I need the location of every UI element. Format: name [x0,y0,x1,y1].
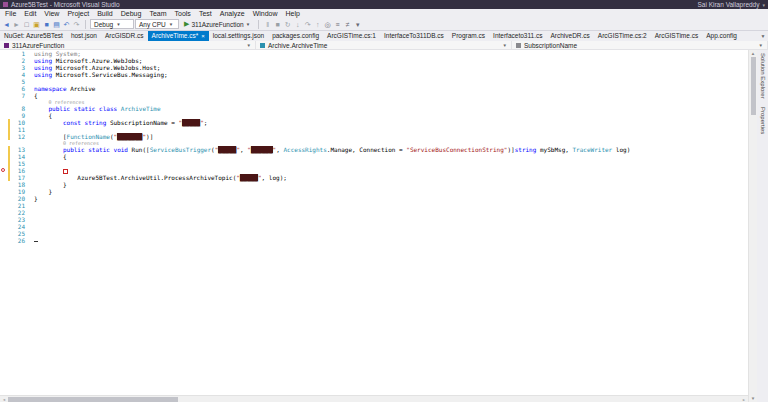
menu-item-test[interactable]: Test [195,9,216,18]
code-text[interactable]: { [28,112,52,119]
code-text[interactable]: } [28,195,38,202]
project-dropdown[interactable]: 311AzureFunction ▼ [0,41,256,49]
vertical-scrollbar[interactable]: ▲ ▼ [748,50,757,402]
menu-item-build[interactable]: Build [93,9,117,18]
user-dropdown-icon[interactable]: ▾ [762,2,765,8]
code-text[interactable]: } [28,181,67,188]
code-text[interactable] [28,78,34,85]
breakpoint-margin[interactable] [0,209,8,216]
tab-arcgistime-cs[interactable]: ArcGISTime.cs [651,31,702,41]
find-in-files-icon[interactable]: ◎ [323,20,332,29]
menu-item-tools[interactable]: Tools [171,9,195,18]
menu-item-team[interactable]: Team [145,9,170,18]
code-text[interactable]: using System; [28,50,81,57]
breakpoint-margin[interactable] [0,188,8,195]
menu-item-window[interactable]: Window [249,9,282,18]
menu-item-analyze[interactable]: Analyze [216,9,249,18]
code-text[interactable]: Azure5BTest.ArchiveUtil.ProcessArchiveTo… [28,174,287,181]
breakpoint-margin[interactable] [0,57,8,64]
open-file-icon[interactable]: ▣ [32,20,41,29]
type-dropdown[interactable]: Archive.ArchiveTime ▼ [256,41,512,49]
code-text[interactable]: public static void Run([ServiceBusTrigge… [28,146,630,153]
code-text[interactable] [28,230,34,237]
menu-item-file[interactable]: File [1,9,20,18]
menu-item-help[interactable]: Help [282,9,304,18]
code-text[interactable] [28,167,68,174]
code-text[interactable] [28,209,34,216]
scroll-up-icon[interactable]: ▲ [751,50,755,57]
step-over-icon[interactable]: ↷ [303,20,312,29]
breakpoint-margin[interactable] [0,105,8,112]
step-into-icon[interactable]: ↓ [293,20,302,29]
tab-local-settings-json[interactable]: local.settings.json [209,31,268,41]
member-dropdown[interactable]: SubscriptionName ▼ [512,41,768,49]
scroll-right-icon[interactable]: ► [740,397,748,402]
configuration-combo[interactable]: Debug ▼ [90,19,134,29]
code-text[interactable] [28,160,34,167]
tab-app-config[interactable]: App.config [702,31,741,41]
breakpoint-margin[interactable] [0,112,8,119]
tab-interfaceto311db-cs[interactable]: InterfaceTo311DB.cs [380,31,448,41]
new-file-icon[interactable]: □ [22,20,31,29]
tab-arcgisdr-cs[interactable]: ArcGISDR.cs [101,31,148,41]
menu-item-project[interactable]: Project [63,9,93,18]
run-button[interactable]: ▶ 311AzureFunction ▼ [180,19,254,29]
breakpoint-margin[interactable] [0,50,8,57]
close-icon[interactable]: × [201,31,205,41]
scroll-left-icon[interactable]: ◄ [0,397,8,402]
tab-packages-config[interactable]: packages.config [268,31,323,41]
signed-in-user[interactable]: Sai Kiran Vallapreddy [697,1,759,8]
tab-interfaceto311-cs[interactable]: Interfaceto311.cs [489,31,546,41]
breakpoint-margin[interactable] [0,237,8,244]
breakpoint-margin[interactable] [0,85,8,92]
restart-icon[interactable]: ↻ [283,20,292,29]
breakpoint-margin[interactable] [0,64,8,71]
breakpoint-margin[interactable] [0,223,8,230]
breakpoint-margin[interactable] [0,230,8,237]
tab-arcgistime-cs-1[interactable]: ArcGISTime.cs:1 [323,31,380,41]
code-text[interactable]: } [28,188,52,195]
horizontal-scroll-thumb[interactable] [8,397,178,402]
tab-solution-explorer[interactable]: Solution Explorer [760,53,766,99]
code-text[interactable] [28,202,34,209]
breakpoint-margin[interactable] [0,119,8,126]
undo-icon[interactable]: ↶ [62,20,71,29]
code-text[interactable]: using Microsoft.Azure.WebJobs.Host; [28,64,160,71]
tab-archivedr-cs[interactable]: ArchiveDR.cs [546,31,593,41]
code-text[interactable]: public static class ArchiveTime [28,105,161,112]
code-text[interactable]: namespace Archive [28,85,95,92]
save-icon[interactable]: ■ [42,20,51,29]
stop-debug-icon[interactable]: ■ [273,20,282,29]
breakpoint-margin[interactable] [0,167,8,174]
breakpoint-icon[interactable] [1,168,5,172]
code-text[interactable]: const string SubscriptionName = "█████"; [28,119,207,126]
platform-combo[interactable]: Any CPU ▼ [135,19,179,29]
breakpoint-margin[interactable] [0,146,8,153]
step-out-icon[interactable]: ↑ [313,20,322,29]
menu-item-edit[interactable]: Edit [20,9,40,18]
scroll-down-icon[interactable]: ▼ [751,395,755,402]
tab-archivetime-cs[interactable]: ArchiveTime.cs*× [148,31,209,41]
breakpoint-margin[interactable] [0,78,8,85]
menu-item-view[interactable]: View [40,9,63,18]
navigate-forward-icon[interactable]: ► [12,20,21,29]
breakpoint-margin[interactable] [0,216,8,223]
tab-host-json[interactable]: host.json [67,31,101,41]
comment-icon[interactable]: ≡ [333,20,342,29]
breakpoint-margin[interactable] [0,181,8,188]
breakpoint-margin[interactable] [0,160,8,167]
breakpoint-margin[interactable] [0,71,8,78]
tab-properties[interactable]: Properties [760,107,766,134]
save-all-icon[interactable]: ▤ [52,20,61,29]
tab-list-dropdown-icon[interactable]: ▼ [758,31,768,41]
breakpoint-margin[interactable] [0,133,8,140]
uncomment-icon[interactable]: ≠ [343,20,352,29]
break-all-icon[interactable]: ‖ [263,20,272,29]
code-editor[interactable]: 1using System;2using Microsoft.Azure.Web… [0,50,748,402]
redo-icon[interactable]: ↷ [72,20,81,29]
code-text[interactable] [28,126,34,133]
horizontal-scrollbar[interactable]: ◄ ► [0,395,748,402]
breakpoint-margin[interactable] [0,174,8,181]
tab-program-cs[interactable]: Program.cs [448,31,489,41]
code-text[interactable] [28,237,38,244]
